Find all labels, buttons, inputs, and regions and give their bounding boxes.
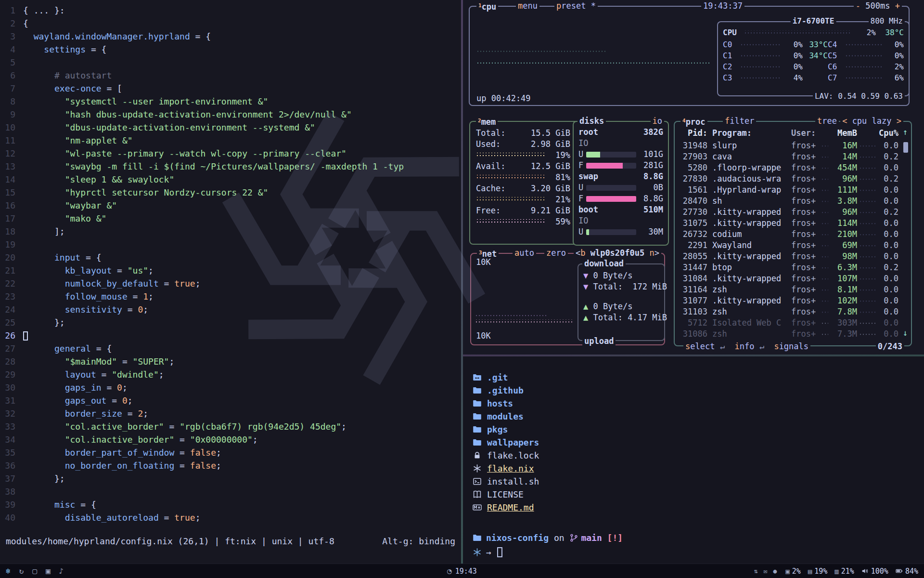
scroll-up-icon[interactable]: ↑	[903, 127, 908, 138]
tree-button[interactable]: tree	[815, 116, 839, 126]
editor-line[interactable]: 26	[0, 329, 461, 342]
editor-line[interactable]: 13 "swaybg -m fill -i $(find ~/Pictures/…	[0, 160, 461, 173]
process-row[interactable]: 1561.Hyprland-wrapfros+111M0.0	[680, 184, 898, 196]
power-icon[interactable]: ↻	[19, 567, 24, 575]
proc-select-button[interactable]: select	[685, 342, 715, 351]
editor-line[interactable]: 38	[0, 485, 461, 498]
process-row[interactable]: 31447btopfros+6.3M0.2	[680, 262, 898, 273]
editor-line[interactable]: 25 };	[0, 316, 461, 329]
process-row[interactable]: 27903cavafros+14M0.2	[680, 151, 898, 162]
header-program[interactable]: Program:	[707, 128, 788, 139]
scrollbar-thumb[interactable]	[903, 142, 908, 153]
editor-line[interactable]: 19	[0, 238, 461, 251]
nixos-logo-icon[interactable]: ❄	[6, 567, 11, 575]
sort-prev-button[interactable]: <	[842, 116, 847, 126]
editor-pane[interactable]: 1{ ... }:2{3 wayland.windowManager.hyprl…	[0, 0, 461, 564]
editor-line[interactable]: 24 sensitivity = 0;	[0, 303, 461, 316]
editor-line[interactable]: 29 layout = "dwindle";	[0, 368, 461, 381]
editor-line[interactable]: 22 numlock_by_default = true;	[0, 277, 461, 290]
editor-line[interactable]: 37 };	[0, 472, 461, 485]
process-row[interactable]: 5712Isolated Web Cfros+303M0.0	[680, 317, 898, 328]
editor-line[interactable]: 18 ];	[0, 225, 461, 238]
process-row[interactable]: 28055.kitty-wrappedfros+98M0.0	[680, 251, 898, 262]
editor-line[interactable]: 35 border_part_of_window = false;	[0, 446, 461, 459]
editor-line[interactable]: 27 general = {	[0, 342, 461, 355]
editor-line[interactable]: 23 follow_mouse = 1;	[0, 290, 461, 303]
editor-line[interactable]: 8 "systemctl --user import-environment &…	[0, 95, 461, 108]
editor-line[interactable]: 5	[0, 56, 461, 69]
terminal-pane[interactable]: .git.githubhostsmodulespkgswallpapersfla…	[463, 356, 924, 564]
editor-line[interactable]: 15 "hyprctl setcursor Nordzy-cursors 22 …	[0, 186, 461, 199]
editor-line[interactable]: 16 "waybar &"	[0, 199, 461, 212]
process-row[interactable]: 31086zshfros+7.3M0.0	[680, 328, 898, 340]
window-split-border-horizontal[interactable]	[463, 355, 924, 356]
iface-prev-button[interactable]: b	[580, 248, 585, 258]
cpu-usage-module[interactable]: ▣2%	[785, 567, 801, 576]
clock-module[interactable]: ◔ 19:43	[447, 567, 477, 576]
interval-increase-button[interactable]: +	[895, 1, 900, 11]
music-icon[interactable]: ♪	[59, 567, 64, 575]
editor-line[interactable]: 3 wayland.windowManager.hyprland = {	[0, 30, 461, 43]
editor-line[interactable]: 36 no_border_on_floating = false;	[0, 459, 461, 472]
scroll-down-icon[interactable]: ↓	[903, 328, 908, 339]
process-row[interactable]: 31084.kitty-wrappedfros+107M0.0	[680, 273, 898, 284]
status-dot-icon[interactable]: ●	[773, 568, 777, 574]
header-user[interactable]: User:	[788, 128, 819, 139]
editor-line[interactable]: 20 input = {	[0, 251, 461, 264]
editor-line[interactable]: 4 settings = {	[0, 43, 461, 56]
shell-input-line[interactable]: →	[473, 547, 502, 557]
memory-usage-module[interactable]: ▤19%	[808, 567, 828, 576]
net-zero-button[interactable]: zero	[544, 248, 568, 258]
process-row[interactable]: 2291Xwaylandfros+69M0.0	[680, 240, 898, 251]
editor-line[interactable]: 12 "wl-paste --primary --watch wl-copy -…	[0, 147, 461, 160]
header-cpu[interactable]: Cpu%	[877, 128, 898, 139]
process-row[interactable]: 26732codiumfros+210M0.0	[680, 229, 898, 240]
process-row[interactable]: 31103zshfros+7.8M0.0	[680, 306, 898, 317]
editor-line[interactable]: 39 misc = {	[0, 498, 461, 511]
editor-line[interactable]: 31 gaps_out = 0;	[0, 394, 461, 407]
editor-line[interactable]: 14 "sleep 1 && swaylock"	[0, 173, 461, 186]
process-row[interactable]: 31077.kitty-wrappedfros+102M0.0	[680, 295, 898, 306]
editor-line[interactable]: 40 disable_autoreload = true;	[0, 511, 461, 524]
proc-signals-button[interactable]: signals	[774, 342, 808, 351]
apps-icon[interactable]: ▣	[46, 567, 51, 575]
editor-line[interactable]: 7 exec-once = [	[0, 82, 461, 95]
proc-info-button[interactable]: info	[734, 342, 754, 351]
header-mem[interactable]: MemB	[830, 128, 857, 139]
header-pid[interactable]: Pid:	[680, 128, 707, 139]
editor-line[interactable]: 10 "dbus-update-activation-environment -…	[0, 121, 461, 134]
editor-line[interactable]: 34 "col.inactive_border" = "0x00000000";	[0, 433, 461, 446]
editor-line[interactable]: 28 "$mainMod" = "SUPER";	[0, 355, 461, 368]
preset-button[interactable]: preset *	[554, 1, 598, 11]
process-row[interactable]: 28470shfros+3.8M0.0	[680, 196, 898, 207]
editor-line[interactable]: 30 gaps_in = 0;	[0, 381, 461, 394]
process-row[interactable]: 31075.kitty-wrappedfros+114M0.0	[680, 218, 898, 229]
interval-decrease-button[interactable]: -	[856, 1, 860, 11]
editor-line[interactable]: 17 "mako &"	[0, 212, 461, 225]
editor-line[interactable]: 1{ ... }:	[0, 4, 461, 17]
network-icon[interactable]: ⇅	[754, 568, 758, 574]
filter-button[interactable]: filter	[723, 116, 756, 126]
editor-line[interactable]: 2{	[0, 17, 461, 30]
editor-line[interactable]: 33 "col.active_border" = "rgb(cba6f7) rg…	[0, 420, 461, 433]
battery-module[interactable]: 84%	[896, 567, 918, 576]
iface-next-button[interactable]: n	[650, 248, 654, 258]
io-mode-button[interactable]: io	[651, 116, 665, 126]
window-split-border[interactable]	[461, 0, 463, 564]
volume-module[interactable]: 100%	[861, 567, 888, 576]
sort-next-button[interactable]: >	[897, 116, 901, 126]
process-row[interactable]: 5280.floorp-wrappefros+454M0.0	[680, 162, 898, 173]
net-auto-button[interactable]: auto	[513, 248, 536, 258]
editor-line[interactable]: 6 # autostart	[0, 69, 461, 82]
process-row[interactable]: 27730.kitty-wrappedfros+96M0.2	[680, 207, 898, 218]
process-row[interactable]: 31164zshfros+8.1M0.0	[680, 284, 898, 295]
editor-line[interactable]: 21 kb_layout = "us";	[0, 264, 461, 277]
editor-line[interactable]: 9 "hash dbus-update-activation-environme…	[0, 108, 461, 121]
editor-line[interactable]: 11 "nm-applet &"	[0, 134, 461, 147]
process-row[interactable]: 31948slurpfros+16M0.0	[680, 140, 898, 151]
mail-icon[interactable]: ✉	[764, 568, 768, 574]
process-row[interactable]: 27830.audacious-wrafros+96M0.2	[680, 173, 898, 184]
editor-line[interactable]: 32 border_size = 2;	[0, 407, 461, 420]
menu-button[interactable]: menu	[516, 1, 539, 11]
btop-pane[interactable]: 1cpu menu preset * 19:43:37 - 500ms + i7…	[463, 0, 924, 355]
